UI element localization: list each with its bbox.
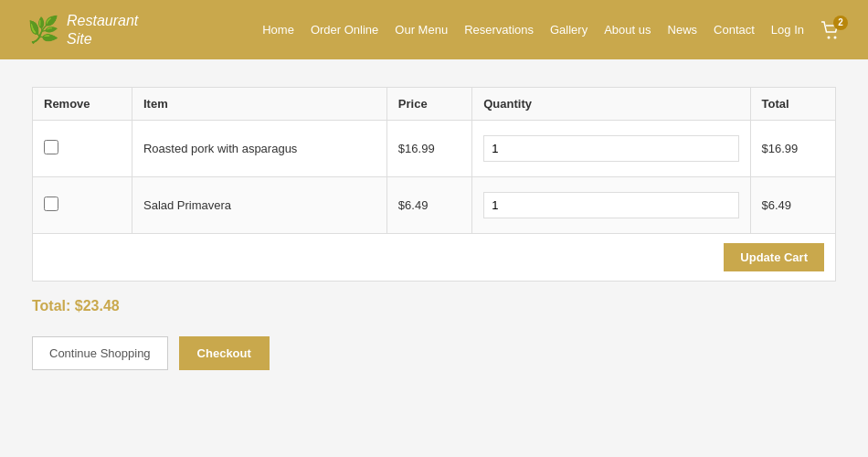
quantity-cell-2	[472, 177, 750, 234]
col-total: Total	[750, 88, 835, 121]
price-cell-1: $16.99	[386, 121, 471, 177]
svg-point-0	[828, 36, 831, 38]
total-section: Total: $23.48	[32, 298, 836, 314]
nav-reservations[interactable]: Reservations	[464, 23, 534, 37]
main-nav: Home Order Online Our Menu Reservations …	[262, 21, 841, 39]
table-header-row: Remove Item Price Quantity Total	[33, 88, 836, 121]
total-label: Total:	[32, 298, 70, 314]
cart-badge: 2	[833, 16, 848, 30]
table-row: Roasted pork with asparagus $16.99 $16.9…	[33, 121, 836, 177]
col-item: Item	[132, 88, 386, 121]
logo-text: Restaurant Site	[67, 12, 138, 47]
col-price: Price	[386, 88, 471, 121]
total-cell-2: $6.49	[750, 177, 835, 234]
update-cart-row: Update Cart	[33, 234, 836, 282]
quantity-cell-1	[472, 121, 750, 177]
item-name-cell-2: Salad Primavera	[132, 177, 386, 234]
nav-gallery[interactable]: Gallery	[550, 23, 587, 37]
total-cell-1: $16.99	[750, 121, 835, 177]
checkout-button[interactable]: Checkout	[179, 336, 270, 370]
table-row: Salad Primavera $6.49 $6.49	[33, 177, 836, 234]
update-cart-cell: Update Cart	[33, 234, 836, 282]
nav-news[interactable]: News	[668, 23, 698, 37]
cart-table: Remove Item Price Quantity Total Roasted…	[32, 87, 836, 282]
nav-contact[interactable]: Contact	[714, 23, 755, 37]
nav-our-menu[interactable]: Our Menu	[395, 23, 448, 37]
remove-cell-2	[33, 177, 132, 234]
remove-checkbox-1[interactable]	[44, 140, 58, 154]
cart-icon-button[interactable]: 2	[820, 21, 841, 39]
nav-login[interactable]: Log In	[771, 23, 804, 37]
site-header: 🌿 Restaurant Site Home Order Online Our …	[0, 0, 868, 59]
continue-shopping-button[interactable]: Continue Shopping	[32, 336, 168, 370]
price-cell-2: $6.49	[386, 177, 471, 234]
col-remove: Remove	[33, 88, 132, 121]
quantity-input-2[interactable]	[483, 192, 738, 218]
svg-point-1	[834, 36, 837, 38]
nav-home[interactable]: Home	[262, 23, 294, 37]
nav-about-us[interactable]: About us	[604, 23, 651, 37]
action-buttons: Continue Shopping Checkout	[32, 336, 836, 370]
remove-checkbox-2[interactable]	[44, 197, 58, 211]
col-quantity: Quantity	[472, 88, 750, 121]
logo: 🌿 Restaurant Site	[27, 12, 138, 47]
quantity-input-1[interactable]	[483, 135, 738, 162]
update-cart-button[interactable]: Update Cart	[724, 243, 824, 271]
total-value: $23.48	[75, 298, 120, 314]
remove-cell-1	[33, 121, 132, 177]
logo-icon: 🌿	[27, 15, 59, 45]
item-name-cell-1: Roasted pork with asparagus	[132, 121, 386, 177]
nav-order-online[interactable]: Order Online	[311, 23, 378, 37]
main-content: Remove Item Price Quantity Total Roasted…	[14, 87, 854, 370]
